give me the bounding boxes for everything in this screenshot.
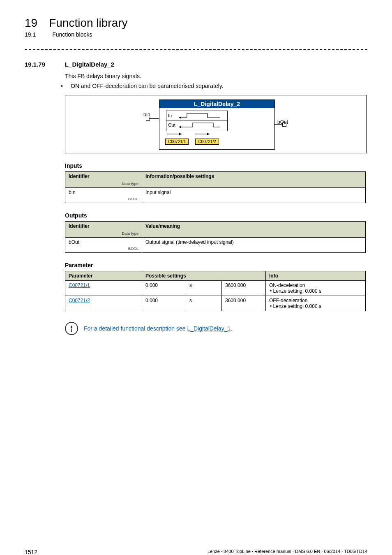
datatype-label: Data type [69,231,138,236]
footer-doc-info: Lenze · 8400 TopLine · Reference manual … [208,549,367,555]
bullet-text: ON and OFF-deceleration can be parameter… [71,83,224,89]
col-identifier-label: Identifier [69,173,90,179]
cell-unit: s [186,296,222,311]
port-stub-left [149,118,159,119]
identifier-type: BOOL [69,247,138,251]
code-chips: C00721/1 C00721/2 [165,139,219,145]
section-heading: 19.1.79 L_DigitalDelay_2 [25,61,367,68]
col-identifier: Identifier Data type [65,222,142,238]
delay-arrows [167,132,211,137]
col-info: Info [266,271,366,281]
info-icon [65,322,78,335]
timing-diagram-box: In Out [166,111,228,131]
cell-info: OFF-deceleration • Lenze setting: 0.000 … [266,296,366,311]
bullet-icon: • [66,83,71,89]
outputs-heading: Outputs [65,212,367,219]
subchapter-number: 19.1 [25,31,36,38]
arrow-right-icon [195,132,211,137]
col-identifier-label: Identifier [69,223,90,229]
param-link[interactable]: C00721/2 [69,298,90,303]
inputs-heading: Inputs [65,162,367,169]
cell-param: C00721/1 [65,281,142,296]
parameter-heading: Parameter [65,262,367,268]
info-text: ON-deceleration [269,282,305,288]
section-number: 19.1.79 [25,61,53,68]
note-suffix: . [231,325,232,332]
param-link[interactable]: C00721/1 [69,282,90,288]
divider [25,49,367,50]
datatype-label: Data type [69,182,138,186]
info-sub: • Lenze setting: 0.000 s [269,288,362,294]
chapter-number: 19 [25,16,37,30]
table-header-row: Identifier Data type Information/possibl… [65,172,366,188]
timing-row-in: In [166,111,227,120]
outputs-table: Identifier Data type Value/meaning bOut … [65,221,366,253]
chapter-title: Function library [49,16,127,30]
info-note: For a detailed functional description se… [65,322,367,335]
table-row: C00721/1 0.000 s 3600.000 ON-deceleratio… [65,281,366,296]
cell-info: ON-deceleration • Lenze setting: 0.000 s [266,281,366,296]
table-row: bOut BOOL Output signal (time-delayed in… [65,238,366,253]
timing-row-out: Out [166,120,227,130]
cell-info: Input signal [142,188,366,203]
code-chip-2: C00721/2 [195,139,219,145]
function-block-title: L_DigitalDelay_2 [159,100,274,108]
page-footer: 1512 Lenze · 8400 TopLine · Reference ma… [25,549,367,555]
note-prefix: For a detailed functional description se… [84,325,187,332]
cell-min: 0.000 [142,281,186,296]
port-label-bout: bOut [277,119,288,125]
col-parameter: Parameter [65,271,142,281]
col-identifier: Identifier Data type [65,172,142,188]
identifier-type: BOOL [69,197,138,201]
arrow-left-icon [167,132,183,137]
info-sub-text: Lenze setting: 0.000 s [273,303,321,309]
wave-in-icon [179,111,227,120]
cell-max: 3600.000 [222,296,266,311]
page-subheader: 19.1 Function blocks [25,31,367,38]
table-header-row: Parameter Possible settings Info [65,271,366,281]
col-info: Value/meaning [142,222,366,238]
info-sub: • Lenze setting: 0.000 s [269,303,362,309]
col-possible-settings: Possible settings [142,271,266,281]
timing-label-out: Out [168,123,179,127]
info-sub-text: Lenze setting: 0.000 s [273,288,321,294]
svg-point-4 [71,331,72,332]
table-row: bIn BOOL Input signal [65,188,366,203]
timing-label-in: In [168,113,179,118]
inputs-table: Identifier Data type Information/possibl… [65,171,366,203]
cell-min: 0.000 [142,296,186,311]
col-info: Information/possible settings [142,172,366,188]
section-bullet: •ON and OFF-deceleration can be paramete… [65,83,367,89]
cell-unit: s [186,281,222,296]
port-invert-left [146,117,150,121]
function-block-inner: In Out [159,108,274,148]
identifier-value: bOut [69,239,79,245]
page-header: 19 Function library [25,16,367,30]
note-text: For a detailed functional description se… [84,325,232,332]
table-header-row: Identifier Data type Value/meaning [65,222,366,238]
code-chip-1: C00721/1 [165,139,189,145]
cell-param: C00721/2 [65,296,142,311]
table-row: C00721/2 0.000 s 3600.000 OFF-decelerati… [65,296,366,311]
section-description: This FB delays binary signals. [65,73,367,79]
cell-info: Output signal (time-delayed input signal… [142,238,366,253]
wave-out-icon [179,120,227,130]
section-title: L_DigitalDelay_2 [65,61,114,68]
cell-identifier: bOut BOOL [65,238,142,253]
note-link[interactable]: L_DigitalDelay_1 [187,325,231,332]
cell-max: 3600.000 [222,281,266,296]
function-block-diagram: bIn L_DigitalDelay_2 In Out [65,95,367,153]
cell-identifier: bIn BOOL [65,188,142,203]
subchapter-title: Function blocks [52,31,92,38]
identifier-value: bIn [69,190,76,195]
parameter-table: Parameter Possible settings Info C00721/… [65,271,366,311]
page-number: 1512 [25,549,37,555]
info-text: OFF-deceleration [269,298,307,303]
function-block-box: L_DigitalDelay_2 In Out [159,99,275,150]
